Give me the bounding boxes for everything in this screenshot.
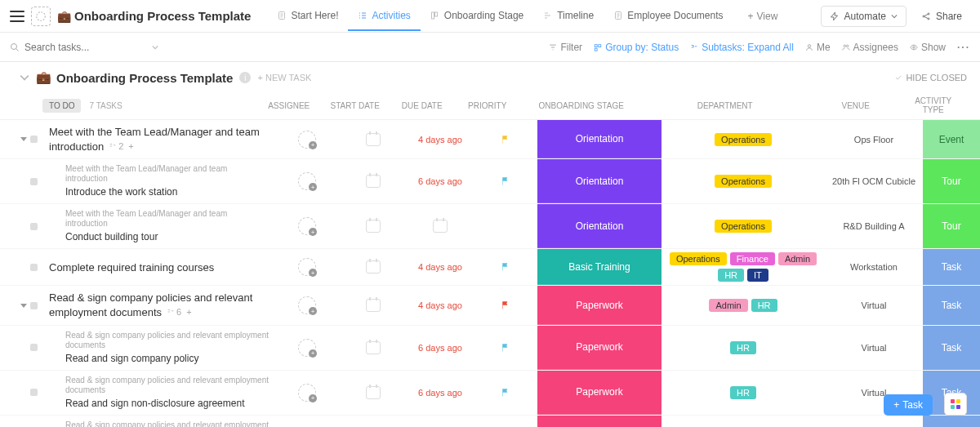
due-date[interactable]: 6 days ago [418, 343, 462, 353]
filter-button[interactable]: Filter [549, 42, 582, 53]
status-square[interactable] [30, 264, 38, 271]
venue-cell[interactable]: 20th Fl OCM Cubicle [825, 176, 923, 186]
activity-cell[interactable]: Task [923, 249, 980, 285]
show-button[interactable]: Show [910, 42, 946, 53]
dept-cell[interactable]: HR [662, 338, 825, 358]
activity-cell[interactable]: Task [923, 326, 980, 370]
dept-cell[interactable]: Operations [662, 216, 825, 236]
calendar-icon[interactable] [366, 299, 381, 312]
col-dept[interactable]: DEPARTMENT [644, 101, 807, 110]
view-tab-timeline[interactable]: Timeline [533, 2, 604, 31]
dept-tag[interactable]: Finance [730, 252, 775, 265]
status-square[interactable] [30, 302, 38, 309]
flag-icon[interactable] [501, 176, 510, 187]
dept-cell[interactable]: HR [662, 383, 825, 403]
new-task-button[interactable]: + NEW TASK [257, 73, 311, 82]
assignee-placeholder[interactable] [298, 296, 316, 314]
dept-tag[interactable]: Operations [715, 175, 772, 188]
hide-closed-button[interactable]: HIDE CLOSED [894, 73, 967, 82]
search-input[interactable] [24, 42, 122, 53]
activity-cell[interactable]: Task [923, 416, 980, 427]
status-square[interactable] [30, 223, 38, 230]
chevron-down-icon[interactable] [152, 44, 158, 51]
dept-tag[interactable]: HR [751, 299, 777, 312]
view-tab-onboarding-stage[interactable]: Onboarding Stage [421, 2, 533, 31]
assignee-placeholder[interactable] [298, 131, 316, 149]
col-priority[interactable]: PRIORITY [456, 101, 519, 110]
subtask-row[interactable]: Read & sign company policies and relevan… [0, 371, 980, 416]
subtask-row[interactable]: Read & sign company policies and relevan… [0, 416, 980, 427]
subtask-count[interactable]: 2 [109, 141, 123, 151]
me-button[interactable]: Me [805, 42, 831, 53]
dept-cell[interactable]: AdminHR [662, 296, 825, 315]
view-tab-employee-documents[interactable]: Employee Documents [604, 2, 733, 31]
task-row[interactable]: Complete required training courses 4 day… [0, 249, 980, 286]
assignee-placeholder[interactable] [298, 172, 316, 190]
assignee-placeholder[interactable] [298, 217, 316, 235]
flag-icon[interactable] [501, 300, 510, 311]
dept-cell[interactable]: OperationsFinanceAdminHRIT [662, 249, 825, 285]
add-subtask-icon[interactable]: + [186, 307, 191, 317]
flag-icon[interactable] [501, 342, 510, 354]
status-square[interactable] [30, 344, 38, 351]
stage-cell[interactable]: Paperwork [537, 286, 662, 324]
stage-cell[interactable]: Orientation [537, 204, 662, 248]
subtasks-button[interactable]: Subtasks: Expand All [690, 42, 794, 53]
dept-tag[interactable]: Operations [715, 220, 772, 233]
dept-cell[interactable]: Operations [662, 171, 825, 191]
col-assignee[interactable]: ASSIGNEE [256, 101, 322, 110]
assignee-placeholder[interactable] [298, 339, 316, 357]
due-date[interactable]: 6 days ago [418, 388, 462, 398]
space-icon[interactable] [31, 7, 51, 26]
dept-tag[interactable]: Operations [715, 133, 772, 146]
stage-cell[interactable]: Basic Training [537, 249, 662, 285]
calendar-icon[interactable] [366, 220, 381, 233]
venue-cell[interactable]: Virtual [825, 343, 923, 353]
expand-icon[interactable] [20, 137, 27, 141]
venue-cell[interactable]: Ops Floor [825, 135, 923, 145]
task-name[interactable]: Complete required training courses [49, 261, 214, 274]
add-subtask-icon[interactable]: + [128, 141, 133, 151]
activity-cell[interactable]: Task [923, 286, 980, 324]
group-by-button[interactable]: Group by: Status [594, 42, 679, 53]
task-name[interactable]: Introduce the work station [65, 185, 271, 198]
assignee-placeholder[interactable] [298, 258, 316, 276]
calendar-icon[interactable] [433, 220, 448, 233]
view-tab-start-here-[interactable]: Start Here! [267, 2, 348, 31]
col-venue[interactable]: VENUE [807, 101, 905, 110]
share-button[interactable]: Share [913, 7, 970, 26]
subtask-count[interactable]: 6 [167, 307, 181, 317]
venue-cell[interactable]: Virtual [825, 300, 923, 310]
task-row[interactable]: Meet with the Team Lead/Manager and team… [0, 120, 980, 159]
task-name[interactable]: Read & sign company policies and relevan… [49, 291, 252, 318]
activity-cell[interactable]: Tour [923, 159, 980, 203]
col-stage[interactable]: ONBOARDING STAGE [519, 101, 644, 110]
col-startdate[interactable]: START DATE [322, 101, 389, 110]
col-duedate[interactable]: DUE DATE [389, 101, 456, 110]
col-activity[interactable]: ACTIVITY TYPE [905, 96, 962, 114]
more-icon[interactable]: ··· [957, 42, 970, 53]
status-square[interactable] [30, 136, 38, 143]
task-name[interactable]: Read and sign non-disclosure agreement [65, 397, 271, 410]
dept-tag[interactable]: Admin [778, 252, 817, 265]
stage-cell[interactable]: Orientation [537, 120, 662, 158]
add-view-button[interactable]: + View [740, 11, 786, 22]
automate-button[interactable]: Automate [821, 6, 906, 27]
search-box[interactable] [10, 42, 158, 53]
task-row[interactable]: Read & sign company policies and relevan… [0, 286, 980, 325]
subtask-row[interactable]: Meet with the Team Lead/Manager and team… [0, 204, 980, 249]
info-icon[interactable]: i [239, 72, 251, 83]
activity-cell[interactable]: Event [923, 120, 980, 158]
stage-cell[interactable]: Paperwork [537, 416, 662, 427]
stage-cell[interactable]: Orientation [537, 159, 662, 203]
task-name[interactable]: Conduct building tour [65, 230, 271, 243]
calendar-icon[interactable] [366, 133, 381, 146]
subtask-row[interactable]: Read & sign company policies and relevan… [0, 326, 980, 371]
activity-cell[interactable]: Tour [923, 204, 980, 248]
menu-icon[interactable] [10, 11, 24, 22]
status-square[interactable] [30, 389, 38, 396]
dept-tag[interactable]: HR [730, 386, 756, 399]
assignee-placeholder[interactable] [298, 384, 316, 402]
apps-grid-button[interactable] [944, 393, 967, 416]
task-name[interactable]: Meet with the Team Lead/Manager and team… [49, 126, 260, 153]
